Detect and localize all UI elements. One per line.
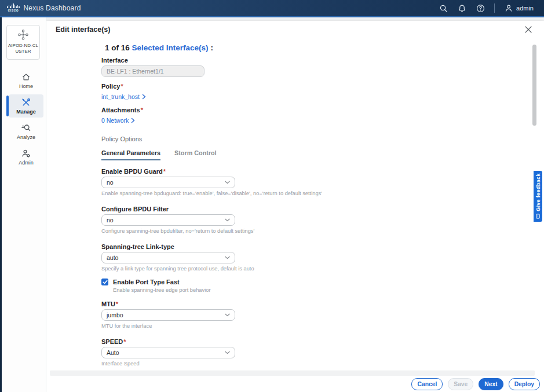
close-icon[interactable]	[524, 25, 533, 34]
cancel-button[interactable]: Cancel	[411, 378, 443, 390]
mtu-select[interactable]: jumbo	[101, 309, 235, 321]
user-icon	[504, 3, 513, 13]
admin-user-gear-icon	[21, 149, 31, 158]
chevron-down-icon	[225, 313, 230, 317]
sidebar-item-admin[interactable]: Admin	[9, 145, 43, 168]
speed-label: SPEED*	[101, 338, 536, 345]
sidebar-item-label: Home	[19, 83, 33, 89]
policy-label: Policy*	[101, 83, 536, 90]
cisco-bars-icon	[7, 3, 20, 8]
link-type-label: Spanning-tree Link-type	[101, 243, 536, 250]
port-type-fast-helper: Enable spanning-tree edge port behavior	[113, 287, 536, 293]
sidebar-item-label: Analyze	[17, 134, 35, 140]
bpdu-guard-label: Enable BPDU Guard*	[101, 168, 536, 175]
header-divider	[494, 3, 495, 13]
feedback-icon	[535, 214, 541, 219]
sidebar-item-manage[interactable]: Manage	[9, 94, 43, 118]
bpdu-guard-select[interactable]: no	[101, 177, 235, 188]
selected-interfaces-link[interactable]: Selected Interface(s)	[132, 43, 209, 52]
speed-helper: Interface Speed	[101, 361, 536, 367]
username: admin	[516, 5, 534, 12]
panel-title: Edit interface(s)	[56, 25, 110, 34]
speed-select[interactable]: Auto	[101, 347, 235, 358]
interface-label: Interface	[101, 57, 536, 64]
bpdu-filter-helper: Configure spanning-tree bpdufilter, no='…	[101, 228, 536, 234]
link-type-select[interactable]: auto	[101, 252, 235, 263]
chevron-right-icon	[131, 118, 135, 123]
attachments-link[interactable]: 0 Network	[101, 117, 536, 124]
chevron-down-icon	[225, 218, 230, 222]
cluster-icon	[17, 29, 29, 41]
horizontal-scrollbar[interactable]	[50, 371, 535, 376]
policy-options-tabs: General Parameters Storm Control	[101, 149, 536, 160]
vertical-scrollbar[interactable]	[532, 45, 536, 126]
chevron-right-icon	[142, 94, 146, 100]
policy-link[interactable]: int_trunk_host	[101, 93, 536, 100]
cisco-wordmark: cisco	[8, 9, 19, 13]
tab-storm-control[interactable]: Storm Control	[174, 149, 217, 160]
sidebar-item-analyze[interactable]: Analyze	[9, 120, 43, 143]
analyze-search-icon	[21, 123, 31, 133]
sidebar: AIPOD-ND-CLUSTER Home Manage Analyze Adm…	[2, 17, 46, 392]
port-type-fast-checkbox[interactable]	[101, 279, 108, 285]
cisco-logo-icon: cisco	[7, 3, 20, 13]
tab-general-parameters[interactable]: General Parameters	[101, 149, 160, 160]
panel-footer: Cancel Save Next Deploy	[46, 376, 544, 392]
bpdu-filter-label: Configure BPDU Filter	[101, 206, 536, 213]
sidebar-item-label: Manage	[16, 109, 36, 115]
interface-input	[101, 65, 205, 77]
give-feedback-tab[interactable]: Give feedback	[534, 171, 542, 222]
next-button[interactable]: Next	[479, 378, 503, 390]
product-title: Nexus Dashboard	[24, 4, 81, 12]
bpdu-filter-select[interactable]: no	[101, 214, 235, 226]
chevron-down-icon	[225, 256, 230, 259]
notifications-bell-icon[interactable]	[457, 3, 466, 13]
deploy-button[interactable]: Deploy	[509, 378, 540, 390]
attachments-label: Attachments*	[101, 107, 536, 113]
tools-icon	[21, 98, 31, 107]
check-icon	[103, 280, 108, 284]
panel-scroll-area: 1 of 16 Selected Interface(s) : Interfac…	[46, 38, 536, 371]
cluster-selector[interactable]: AIPOD-ND-CLUSTER	[6, 25, 40, 60]
mtu-helper: MTU for the interface	[101, 323, 536, 329]
chevron-down-icon	[225, 351, 230, 354]
app-header: cisco Nexus Dashboard admin	[0, 0, 544, 17]
search-icon[interactable]	[439, 3, 448, 13]
help-icon[interactable]	[476, 3, 485, 13]
bpdu-guard-helper: Enable spanning-tree bpduguard: true='en…	[101, 190, 536, 196]
chevron-down-icon	[225, 181, 230, 184]
cluster-name: AIPOD-ND-CLUSTER	[8, 43, 38, 55]
mtu-label: MTU*	[101, 301, 536, 307]
sidebar-item-home[interactable]: Home	[9, 69, 43, 92]
selected-interfaces-heading: 1 of 16 Selected Interface(s) :	[105, 43, 536, 52]
policy-options-section-label: Policy Options	[101, 135, 536, 142]
edit-interfaces-panel: Edit interface(s) 1 of 16 Selected Inter…	[46, 21, 544, 392]
port-type-fast-label: Enable Port Type Fast	[113, 279, 180, 285]
brand: cisco Nexus Dashboard	[7, 3, 81, 13]
window-left-edge	[0, 17, 2, 392]
link-type-helper: Specify a link type for spanning tree pr…	[101, 266, 536, 272]
home-icon	[21, 72, 31, 82]
user-menu[interactable]: admin	[504, 3, 534, 13]
save-button: Save	[448, 378, 473, 390]
sidebar-item-label: Admin	[19, 160, 34, 166]
